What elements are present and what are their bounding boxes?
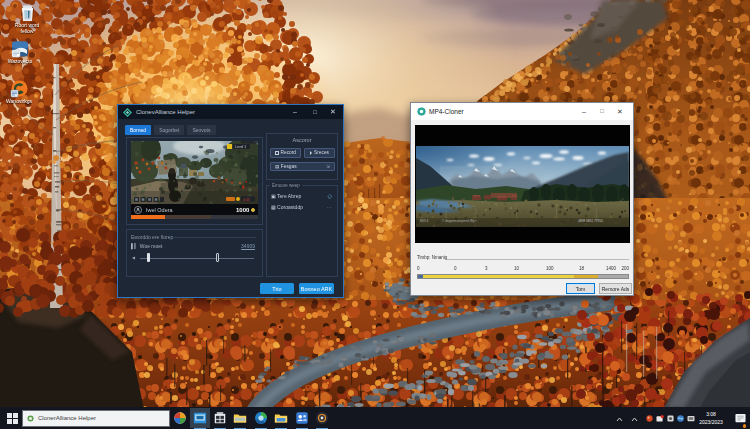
svg-text:© deganmornyrnite Wy t: © deganmornyrnite Wy t (442, 219, 476, 223)
svg-text:4898 0851 77910: 4898 0851 77910 (578, 219, 603, 223)
svg-text:4:43: 4:43 (243, 198, 250, 202)
svg-text:Level 1: Level 1 (235, 145, 246, 149)
svg-text:MVI 4: MVI 4 (420, 219, 429, 223)
